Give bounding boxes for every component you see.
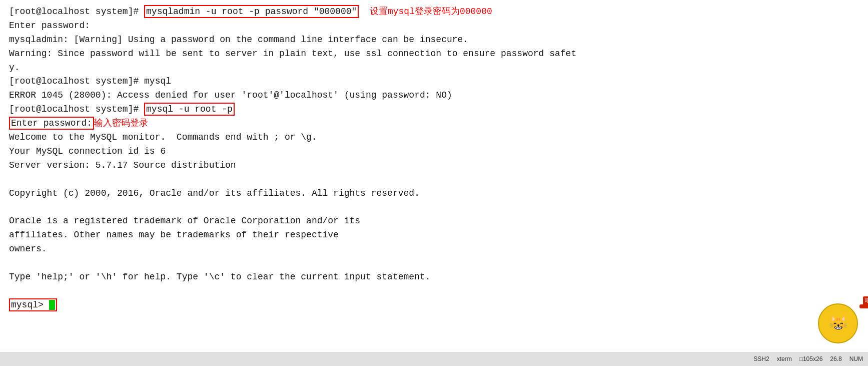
cursor — [49, 300, 55, 310]
bottom-bar-xterm: xterm — [777, 355, 792, 362]
prompt-7: [root@localhost system]# — [9, 104, 144, 114]
line-3: mysqladmin: [Warning] Using a password o… — [9, 33, 859, 47]
blank-4 — [9, 284, 859, 298]
mascot: 😸 英简 喵 — [815, 301, 863, 348]
mascot-badge: 英简 — [859, 304, 868, 308]
line-4: Warning: Since password will be sent to … — [9, 47, 859, 61]
mascot-label-miao: 喵 — [863, 296, 868, 305]
bottom-bar-zoom: 26.8 — [830, 355, 841, 362]
line-4b: y. — [9, 61, 859, 75]
enter-password-box: Enter password: — [9, 117, 94, 130]
line-10: Your MySQL connection id is 6 — [9, 145, 859, 159]
command-box-1: mysqladmin -u root -p password "000000" — [144, 5, 359, 18]
bottom-bar-ssh: SSH2 — [753, 355, 769, 362]
line-16: Type 'help;' or '\h' for help. Type '\c'… — [9, 270, 859, 284]
line-5: [root@localhost system]# mysql — [9, 75, 859, 89]
line-9: Welcome to the MySQL monitor. Commands e… — [9, 131, 859, 145]
mysql-prompt-line: mysql> — [9, 298, 859, 312]
terminal: [root@localhost system]# mysqladmin -u r… — [0, 0, 868, 350]
blank-3 — [9, 256, 859, 270]
bottom-bar-size: □105x26 — [799, 355, 823, 362]
line-7: [root@localhost system]# mysql -u root -… — [9, 103, 859, 117]
blank-2 — [9, 200, 859, 214]
annotation-1: 设置mysql登录密码为000000 — [359, 7, 492, 17]
line-6: ERROR 1045 (28000): Access denied for us… — [9, 89, 859, 103]
bottom-bar-num: NUM — [849, 355, 863, 362]
line-8: Enter password:输入密码登录 — [9, 117, 859, 131]
blank-1 — [9, 173, 859, 187]
line-1: [root@localhost system]# mysqladmin -u r… — [9, 5, 859, 19]
annotation-8: 输入密码登录 — [94, 118, 148, 128]
line-11: Server version: 5.7.17 Source distributi… — [9, 159, 859, 173]
line-12: Copyright (c) 2000, 2016, Oracle and/or … — [9, 187, 859, 201]
prompt-1: [root@localhost system]# — [9, 7, 144, 17]
bottom-bar: SSH2 xterm □105x26 26.8 NUM — [0, 352, 868, 366]
line-2: Enter password: — [9, 19, 859, 33]
mysql-prompt-box: mysql> — [9, 298, 57, 311]
line-15: owners. — [9, 242, 859, 256]
line-14: affiliates. Other names may be trademark… — [9, 228, 859, 242]
command-box-7: mysql -u root -p — [144, 103, 235, 116]
line-13: Oracle is a registered trademark of Orac… — [9, 214, 859, 228]
